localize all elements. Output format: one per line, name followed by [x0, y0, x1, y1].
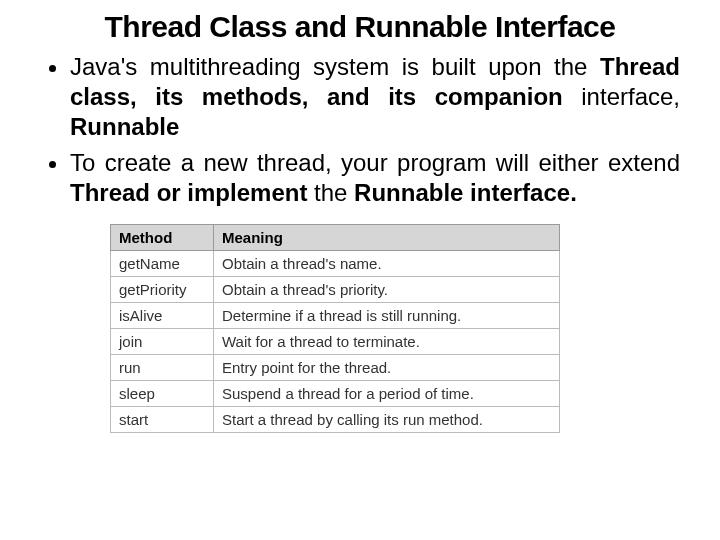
- text-bold: Thread or implement: [70, 179, 307, 206]
- cell-meaning: Determine if a thread is still running.: [214, 303, 560, 329]
- cell-method: isAlive: [111, 303, 214, 329]
- col-header-meaning: Meaning: [214, 225, 560, 251]
- bullet-item-2: To create a new thread, your program wil…: [70, 148, 680, 208]
- table-row: runEntry point for the thread.: [111, 355, 560, 381]
- col-header-method: Method: [111, 225, 214, 251]
- cell-meaning: Suspend a thread for a period of time.: [214, 381, 560, 407]
- text: Java's multithreading system is built up…: [70, 53, 600, 80]
- cell-meaning: Entry point for the thread.: [214, 355, 560, 381]
- text: To create a new thread, your program wil…: [70, 149, 680, 176]
- cell-method: join: [111, 329, 214, 355]
- text-bold: Runnable interface.: [354, 179, 577, 206]
- bullet-item-1: Java's multithreading system is built up…: [70, 52, 680, 142]
- cell-method: run: [111, 355, 214, 381]
- table-row: getPriorityObtain a thread's priority.: [111, 277, 560, 303]
- cell-meaning: Obtain a thread's priority.: [214, 277, 560, 303]
- bullet-list: Java's multithreading system is built up…: [30, 52, 690, 208]
- cell-meaning: Wait for a thread to terminate.: [214, 329, 560, 355]
- slide: Thread Class and Runnable Interface Java…: [0, 0, 720, 453]
- text: the: [307, 179, 354, 206]
- text-bold: Runnable: [70, 113, 179, 140]
- cell-meaning: Obtain a thread's name.: [214, 251, 560, 277]
- cell-method: start: [111, 407, 214, 433]
- table-row: joinWait for a thread to terminate.: [111, 329, 560, 355]
- text: interface,: [563, 83, 680, 110]
- page-title: Thread Class and Runnable Interface: [30, 10, 690, 44]
- cell-method: getPriority: [111, 277, 214, 303]
- table-row: isAliveDetermine if a thread is still ru…: [111, 303, 560, 329]
- methods-table-wrap: Method Meaning getNameObtain a thread's …: [110, 224, 560, 433]
- table-row: startStart a thread by calling its run m…: [111, 407, 560, 433]
- table-row: getNameObtain a thread's name.: [111, 251, 560, 277]
- cell-method: getName: [111, 251, 214, 277]
- table-header-row: Method Meaning: [111, 225, 560, 251]
- cell-method: sleep: [111, 381, 214, 407]
- cell-meaning: Start a thread by calling its run method…: [214, 407, 560, 433]
- table-row: sleepSuspend a thread for a period of ti…: [111, 381, 560, 407]
- methods-table: Method Meaning getNameObtain a thread's …: [110, 224, 560, 433]
